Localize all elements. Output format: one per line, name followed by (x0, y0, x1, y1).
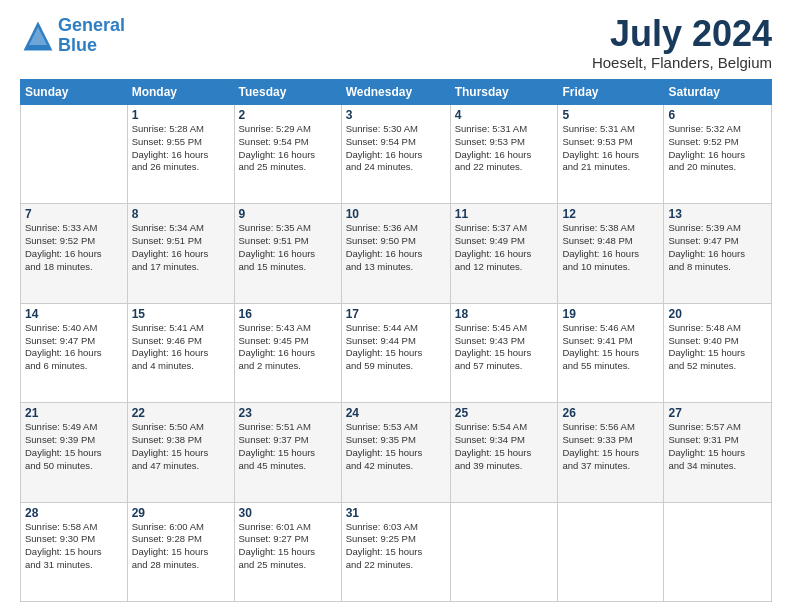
day-info: Sunrise: 5:38 AM Sunset: 9:48 PM Dayligh… (562, 222, 659, 273)
day-info: Sunrise: 5:53 AM Sunset: 9:35 PM Dayligh… (346, 421, 446, 472)
day-number: 12 (562, 207, 659, 221)
day-info: Sunrise: 5:34 AM Sunset: 9:51 PM Dayligh… (132, 222, 230, 273)
day-number: 25 (455, 406, 554, 420)
logo-icon (20, 18, 56, 54)
calendar-cell: 7Sunrise: 5:33 AM Sunset: 9:52 PM Daylig… (21, 204, 128, 303)
calendar-cell (664, 502, 772, 601)
day-info: Sunrise: 5:30 AM Sunset: 9:54 PM Dayligh… (346, 123, 446, 174)
title-block: July 2024 Hoeselt, Flanders, Belgium (592, 16, 772, 71)
calendar-cell: 31Sunrise: 6:03 AM Sunset: 9:25 PM Dayli… (341, 502, 450, 601)
day-number: 16 (239, 307, 337, 321)
day-number: 30 (239, 506, 337, 520)
calendar-cell: 24Sunrise: 5:53 AM Sunset: 9:35 PM Dayli… (341, 403, 450, 502)
day-info: Sunrise: 5:50 AM Sunset: 9:38 PM Dayligh… (132, 421, 230, 472)
calendar-cell: 4Sunrise: 5:31 AM Sunset: 9:53 PM Daylig… (450, 105, 558, 204)
calendar-cell: 21Sunrise: 5:49 AM Sunset: 9:39 PM Dayli… (21, 403, 128, 502)
calendar-cell: 8Sunrise: 5:34 AM Sunset: 9:51 PM Daylig… (127, 204, 234, 303)
day-info: Sunrise: 5:44 AM Sunset: 9:44 PM Dayligh… (346, 322, 446, 373)
day-number: 24 (346, 406, 446, 420)
day-number: 6 (668, 108, 767, 122)
calendar-cell: 19Sunrise: 5:46 AM Sunset: 9:41 PM Dayli… (558, 303, 664, 402)
day-info: Sunrise: 5:51 AM Sunset: 9:37 PM Dayligh… (239, 421, 337, 472)
col-header-saturday: Saturday (664, 80, 772, 105)
calendar-cell: 13Sunrise: 5:39 AM Sunset: 9:47 PM Dayli… (664, 204, 772, 303)
calendar-cell: 28Sunrise: 5:58 AM Sunset: 9:30 PM Dayli… (21, 502, 128, 601)
day-number: 23 (239, 406, 337, 420)
day-info: Sunrise: 5:35 AM Sunset: 9:51 PM Dayligh… (239, 222, 337, 273)
day-number: 29 (132, 506, 230, 520)
day-info: Sunrise: 6:03 AM Sunset: 9:25 PM Dayligh… (346, 521, 446, 572)
calendar-header-row: SundayMondayTuesdayWednesdayThursdayFrid… (21, 80, 772, 105)
day-number: 2 (239, 108, 337, 122)
week-row-4: 21Sunrise: 5:49 AM Sunset: 9:39 PM Dayli… (21, 403, 772, 502)
week-row-3: 14Sunrise: 5:40 AM Sunset: 9:47 PM Dayli… (21, 303, 772, 402)
calendar-cell: 11Sunrise: 5:37 AM Sunset: 9:49 PM Dayli… (450, 204, 558, 303)
day-number: 20 (668, 307, 767, 321)
day-info: Sunrise: 5:39 AM Sunset: 9:47 PM Dayligh… (668, 222, 767, 273)
page: General Blue July 2024 Hoeselt, Flanders… (0, 0, 792, 612)
day-number: 21 (25, 406, 123, 420)
calendar-cell: 3Sunrise: 5:30 AM Sunset: 9:54 PM Daylig… (341, 105, 450, 204)
day-info: Sunrise: 5:28 AM Sunset: 9:55 PM Dayligh… (132, 123, 230, 174)
calendar-cell: 15Sunrise: 5:41 AM Sunset: 9:46 PM Dayli… (127, 303, 234, 402)
location: Hoeselt, Flanders, Belgium (592, 54, 772, 71)
day-info: Sunrise: 5:31 AM Sunset: 9:53 PM Dayligh… (562, 123, 659, 174)
month-title: July 2024 (592, 16, 772, 52)
day-info: Sunrise: 5:41 AM Sunset: 9:46 PM Dayligh… (132, 322, 230, 373)
calendar-cell (450, 502, 558, 601)
day-info: Sunrise: 6:01 AM Sunset: 9:27 PM Dayligh… (239, 521, 337, 572)
col-header-monday: Monday (127, 80, 234, 105)
day-number: 27 (668, 406, 767, 420)
calendar-cell: 30Sunrise: 6:01 AM Sunset: 9:27 PM Dayli… (234, 502, 341, 601)
col-header-friday: Friday (558, 80, 664, 105)
day-info: Sunrise: 5:45 AM Sunset: 9:43 PM Dayligh… (455, 322, 554, 373)
day-info: Sunrise: 5:54 AM Sunset: 9:34 PM Dayligh… (455, 421, 554, 472)
day-number: 1 (132, 108, 230, 122)
day-info: Sunrise: 5:43 AM Sunset: 9:45 PM Dayligh… (239, 322, 337, 373)
day-number: 10 (346, 207, 446, 221)
day-number: 18 (455, 307, 554, 321)
day-info: Sunrise: 5:31 AM Sunset: 9:53 PM Dayligh… (455, 123, 554, 174)
calendar-table: SundayMondayTuesdayWednesdayThursdayFrid… (20, 79, 772, 602)
day-number: 7 (25, 207, 123, 221)
calendar-cell: 17Sunrise: 5:44 AM Sunset: 9:44 PM Dayli… (341, 303, 450, 402)
day-number: 22 (132, 406, 230, 420)
header: General Blue July 2024 Hoeselt, Flanders… (20, 16, 772, 71)
day-info: Sunrise: 5:49 AM Sunset: 9:39 PM Dayligh… (25, 421, 123, 472)
calendar-cell: 23Sunrise: 5:51 AM Sunset: 9:37 PM Dayli… (234, 403, 341, 502)
logo-general: General (58, 15, 125, 35)
calendar-cell: 29Sunrise: 6:00 AM Sunset: 9:28 PM Dayli… (127, 502, 234, 601)
col-header-thursday: Thursday (450, 80, 558, 105)
day-info: Sunrise: 5:29 AM Sunset: 9:54 PM Dayligh… (239, 123, 337, 174)
day-info: Sunrise: 5:48 AM Sunset: 9:40 PM Dayligh… (668, 322, 767, 373)
calendar-cell: 5Sunrise: 5:31 AM Sunset: 9:53 PM Daylig… (558, 105, 664, 204)
calendar-cell: 12Sunrise: 5:38 AM Sunset: 9:48 PM Dayli… (558, 204, 664, 303)
day-number: 28 (25, 506, 123, 520)
col-header-sunday: Sunday (21, 80, 128, 105)
day-info: Sunrise: 5:36 AM Sunset: 9:50 PM Dayligh… (346, 222, 446, 273)
calendar-cell: 20Sunrise: 5:48 AM Sunset: 9:40 PM Dayli… (664, 303, 772, 402)
day-number: 31 (346, 506, 446, 520)
col-header-wednesday: Wednesday (341, 80, 450, 105)
day-number: 11 (455, 207, 554, 221)
week-row-1: 1Sunrise: 5:28 AM Sunset: 9:55 PM Daylig… (21, 105, 772, 204)
calendar-cell: 10Sunrise: 5:36 AM Sunset: 9:50 PM Dayli… (341, 204, 450, 303)
calendar-cell (21, 105, 128, 204)
calendar-cell: 9Sunrise: 5:35 AM Sunset: 9:51 PM Daylig… (234, 204, 341, 303)
day-number: 13 (668, 207, 767, 221)
calendar-cell: 18Sunrise: 5:45 AM Sunset: 9:43 PM Dayli… (450, 303, 558, 402)
calendar-cell: 27Sunrise: 5:57 AM Sunset: 9:31 PM Dayli… (664, 403, 772, 502)
day-number: 26 (562, 406, 659, 420)
day-info: Sunrise: 5:40 AM Sunset: 9:47 PM Dayligh… (25, 322, 123, 373)
day-info: Sunrise: 5:37 AM Sunset: 9:49 PM Dayligh… (455, 222, 554, 273)
calendar-cell: 22Sunrise: 5:50 AM Sunset: 9:38 PM Dayli… (127, 403, 234, 502)
calendar-cell (558, 502, 664, 601)
logo: General Blue (20, 16, 125, 56)
logo-text: General Blue (58, 16, 125, 56)
calendar-cell: 16Sunrise: 5:43 AM Sunset: 9:45 PM Dayli… (234, 303, 341, 402)
calendar-cell: 1Sunrise: 5:28 AM Sunset: 9:55 PM Daylig… (127, 105, 234, 204)
calendar-cell: 25Sunrise: 5:54 AM Sunset: 9:34 PM Dayli… (450, 403, 558, 502)
calendar-cell: 26Sunrise: 5:56 AM Sunset: 9:33 PM Dayli… (558, 403, 664, 502)
calendar-cell: 2Sunrise: 5:29 AM Sunset: 9:54 PM Daylig… (234, 105, 341, 204)
day-info: Sunrise: 5:57 AM Sunset: 9:31 PM Dayligh… (668, 421, 767, 472)
